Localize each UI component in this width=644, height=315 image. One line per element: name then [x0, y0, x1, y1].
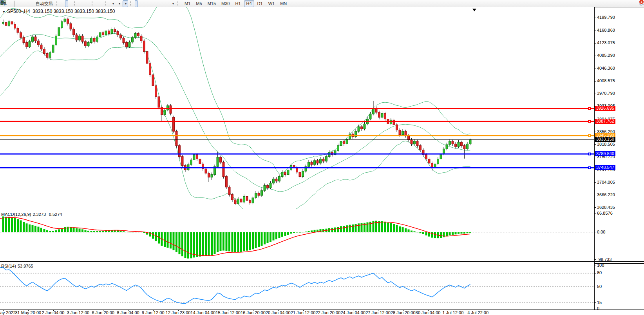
rsi-tick-label: 15	[597, 300, 602, 305]
history-center-button[interactable]	[29, 0, 32, 7]
timeframe-label: M1	[185, 1, 190, 6]
timeframe-label: H1	[235, 1, 241, 6]
price-tick-label: 4008.575	[597, 78, 615, 83]
rsi-label: RSI(14)53.9765	[1, 264, 35, 268]
text-button[interactable]: A	[162, 0, 165, 7]
horizontal-line-button[interactable]	[147, 0, 150, 7]
dropdown-arrow-icon[interactable]: ▾	[172, 2, 174, 5]
timeframe-label: M5	[196, 1, 202, 6]
timeframe-W1[interactable]: W1	[266, 0, 277, 7]
indicators-button[interactable]: ▾	[123, 0, 128, 7]
fibonacci-button[interactable]: F	[158, 0, 161, 7]
search-button[interactable]	[635, 0, 638, 7]
time-tick-label: 2 Jun 04:00	[42, 310, 65, 315]
notification-badge: 1	[639, 0, 644, 4]
data-window-button[interactable]	[21, 0, 24, 7]
toolbar-separator	[105, 1, 108, 6]
new-chart-button[interactable]: ▾	[110, 0, 116, 7]
price-tick-label: 4085.290	[597, 53, 615, 58]
tile-windows-button[interactable]	[87, 0, 90, 7]
time-tick-label: 1 Jul 12:00	[442, 310, 463, 315]
cursor-button[interactable]	[135, 0, 138, 7]
dropdown-arrow-icon[interactable]: ▾	[125, 2, 127, 5]
macd-chart[interactable]	[0, 210, 594, 261]
timeframe-H1[interactable]: H1	[233, 0, 243, 7]
price-tickmark	[595, 182, 596, 183]
timeframe-H4[interactable]: H4	[244, 0, 254, 7]
timeframe-M30[interactable]: M30	[219, 0, 232, 7]
chart-title: ▼SP500-,H4 3833.150 3833.150 3833.150 38…	[2, 9, 115, 14]
auto-scroll-button[interactable]	[96, 0, 99, 7]
macd-tick-label: 0.00	[597, 230, 605, 234]
trendline-button[interactable]	[150, 0, 154, 7]
time-tick-label: 6 Jun 20:00	[92, 310, 114, 315]
timeframe-label: M15	[208, 1, 216, 6]
candlestick-button[interactable]	[65, 0, 68, 7]
vertical-line-button[interactable]	[143, 0, 146, 7]
bar-chart-button[interactable]	[61, 0, 64, 7]
label-button[interactable]: T	[166, 0, 169, 7]
chart-ohlc-values: 3833.150 3833.150 3833.150 3833.150	[33, 9, 115, 14]
time-tick-label: 22 Jun 20:00	[316, 310, 341, 315]
price-tickmark	[595, 207, 596, 208]
zoom-out-button[interactable]	[83, 0, 86, 7]
timeframe-M5[interactable]: M5	[194, 0, 204, 7]
rsi-panel[interactable]	[0, 263, 594, 310]
time-tick-label: 30 Jun 04:00	[416, 310, 441, 315]
channel-button[interactable]: E	[154, 0, 157, 7]
chat-button[interactable]: 1	[639, 0, 642, 7]
dropdown-arrow-icon[interactable]: ▾	[119, 2, 120, 5]
price-level-label: 3926.695	[595, 106, 615, 111]
chart-shift-button[interactable]	[100, 0, 103, 7]
price-tick-label: 3970.790	[597, 91, 615, 96]
dropdown-arrow-icon[interactable]: ▾	[112, 2, 114, 5]
rsi-chart[interactable]	[0, 263, 594, 310]
price-tickmark	[595, 81, 596, 81]
macd-main-value: 2.3273	[33, 212, 46, 217]
price-tickmark	[595, 56, 596, 56]
macd-tickmark	[595, 232, 596, 232]
chart-symbol-period: SP500-,H4	[7, 9, 30, 14]
line-chart-button[interactable]	[69, 0, 72, 7]
timeframe-label: W1	[268, 1, 275, 6]
rsi-tick-label: 100	[597, 263, 604, 268]
price-tickmark	[595, 94, 596, 94]
timeframe-M15[interactable]: M15	[205, 0, 218, 7]
price-tickmark	[595, 157, 596, 157]
crosshair-button[interactable]	[139, 0, 142, 7]
price-tick-label: 4199.790	[597, 15, 615, 20]
price-axis[interactable]: 4199.7904160.8604123.0754085.2904046.360…	[594, 7, 644, 310]
rsi-tickmark	[595, 287, 596, 287]
toolbar-separator	[92, 1, 94, 6]
time-tick-label: 27 Jun 12:00	[365, 310, 391, 315]
timeframe-D1[interactable]: D1	[255, 0, 265, 7]
time-tick-label: 16 Jun 20:00	[241, 310, 266, 315]
candlestick-chart[interactable]	[0, 7, 594, 209]
periodicity-button[interactable]: ▾	[116, 0, 122, 7]
price-tick-label: 3628.435	[597, 205, 615, 210]
macd-name: MACD(12,26,9)	[1, 212, 31, 217]
price-tickmark	[595, 132, 596, 132]
toolbar-separator	[56, 1, 59, 6]
timeframe-label: MN	[280, 1, 287, 6]
time-tick-label: 3 Jun 12:00	[67, 310, 90, 315]
toolbar-separator	[74, 1, 77, 6]
signal-button[interactable]	[25, 0, 28, 7]
market-watch-button[interactable]	[17, 0, 20, 7]
timeframe-M1[interactable]: M1	[182, 0, 193, 7]
autotrading-button[interactable]: 自动交易	[33, 0, 54, 7]
macd-panel[interactable]	[0, 210, 594, 261]
time-tick-label: 4 Jul 22:00	[467, 310, 488, 315]
chart-dropdown-icon[interactable]: ▼	[2, 10, 5, 14]
toolbar-separator	[130, 1, 133, 6]
rsi-name: RSI(14)	[1, 264, 16, 268]
time-axis[interactable]: 30 May 202231 May 20:002 Jun 04:003 Jun …	[0, 310, 644, 315]
arrow-tools-button[interactable]: ▾	[170, 0, 175, 7]
toolbar-separator	[177, 1, 180, 6]
main-chart-panel[interactable]	[0, 7, 594, 209]
zoom-in-button[interactable]	[79, 0, 82, 7]
timeframe-MN[interactable]: MN	[278, 0, 289, 7]
time-tick-label: 14 Jun 04:00	[191, 310, 216, 315]
timeframe-label: M30	[221, 1, 230, 6]
price-tickmark	[595, 18, 596, 18]
